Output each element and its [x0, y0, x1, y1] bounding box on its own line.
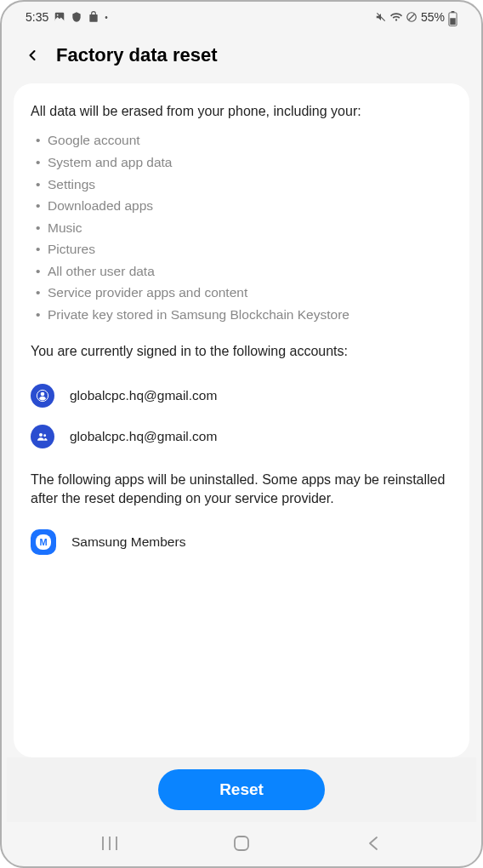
list-item: Pictures — [48, 238, 452, 260]
list-item: All other user data — [48, 260, 452, 283]
reset-button[interactable]: Reset — [158, 769, 325, 810]
no-circle-icon — [406, 11, 418, 23]
list-item: Private key stored in Samsung Blockchain… — [48, 304, 452, 326]
intro-text: All data will be erased from your phone,… — [31, 102, 452, 121]
bottom-action-bar: Reset — [7, 757, 476, 822]
home-button[interactable] — [224, 836, 259, 851]
list-item: Downloaded apps — [48, 195, 452, 217]
account-row: globalcpc.hq@gmail.com — [31, 416, 452, 457]
status-dot: • — [105, 13, 108, 22]
svg-line-4 — [408, 14, 414, 20]
recents-button[interactable] — [93, 837, 127, 850]
app-name: Samsung Members — [71, 534, 185, 550]
page-title: Factory data reset — [56, 44, 218, 66]
svg-rect-6 — [452, 11, 455, 13]
svg-point-1 — [57, 14, 59, 16]
svg-point-8 — [41, 392, 45, 397]
mute-icon — [375, 11, 387, 23]
battery-percent: 55% — [421, 10, 445, 24]
list-item: Service provider apps and content — [48, 282, 452, 304]
account-email: globalcpc.hq@gmail.com — [70, 429, 217, 444]
list-item: System and app data — [48, 151, 452, 174]
list-item: Settings — [48, 174, 452, 196]
app-row: M Samsung Members — [31, 523, 452, 562]
battery-icon — [448, 11, 457, 23]
status-left: 5:35 • — [26, 10, 108, 24]
status-bar: 5:35 • 55% — [2, 2, 481, 29]
svg-rect-7 — [450, 18, 455, 25]
contacts-account-icon — [31, 425, 54, 448]
apps-intro: The following apps will be uninstalled. … — [31, 471, 452, 509]
bag-icon — [88, 11, 99, 23]
list-item: Google account — [48, 129, 452, 151]
google-account-icon — [31, 384, 54, 408]
app-icon-samsung-members: M — [31, 529, 56, 555]
account-row: globalcpc.hq@gmail.com — [31, 375, 452, 416]
nav-bar — [2, 822, 481, 866]
svg-point-11 — [43, 434, 46, 437]
content-card: All data will be erased from your phone,… — [14, 83, 469, 757]
shield-icon — [71, 11, 82, 23]
status-time: 5:35 — [26, 10, 48, 24]
wifi-icon — [390, 11, 402, 23]
nav-back-button[interactable] — [356, 836, 390, 851]
account-email: globalcpc.hq@gmail.com — [70, 388, 217, 403]
list-item: Music — [48, 217, 452, 239]
image-icon — [54, 11, 65, 23]
erase-list: Google account System and app data Setti… — [31, 129, 452, 325]
header: Factory data reset — [2, 29, 481, 80]
back-button[interactable] — [22, 45, 43, 66]
accounts-intro: You are currently signed in to the follo… — [31, 342, 452, 361]
phone-frame: 5:35 • 55% — [0, 0, 483, 868]
svg-point-10 — [39, 433, 43, 437]
svg-rect-15 — [235, 837, 248, 850]
status-right: 55% — [375, 10, 457, 24]
